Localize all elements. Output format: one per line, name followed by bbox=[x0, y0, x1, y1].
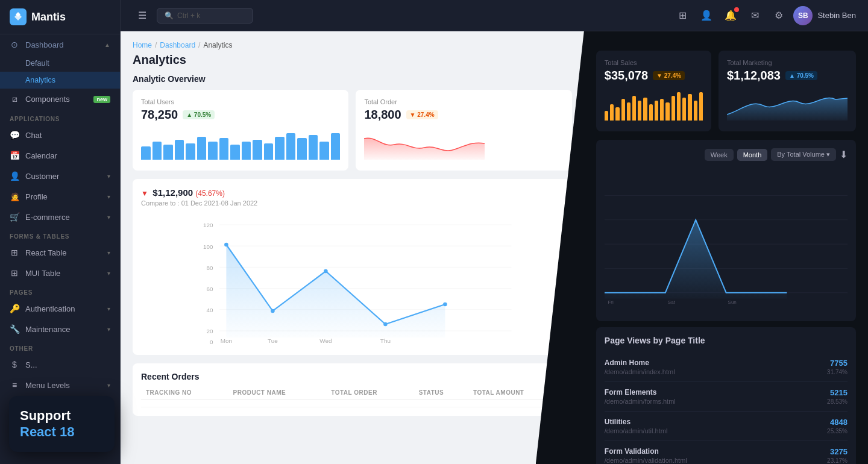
avatar: SB bbox=[793, 6, 813, 25]
global-search[interactable]: 🔍 Ctrl + k bbox=[157, 8, 253, 24]
dark-line-chart: Fri Sat Sun bbox=[605, 166, 848, 310]
dark-badge-marketing: ▲ 70.5% bbox=[785, 71, 817, 80]
orders-section: Recent Orders Tracking No Product Name T… bbox=[133, 363, 572, 416]
section-forms: Forms & Tables bbox=[0, 227, 120, 242]
svg-text:Fri: Fri bbox=[608, 299, 614, 305]
breadcrumb: Home / Dashboard / Analytics bbox=[133, 41, 572, 49]
page-title: Analytics bbox=[133, 53, 572, 67]
sidebar: Mantis ⊙ Dashboard ▲ Default Analytics ⧄… bbox=[0, 0, 121, 464]
bar bbox=[694, 101, 697, 121]
username: Stebin Ben bbox=[817, 11, 856, 20]
user-icon-button[interactable]: 👤 bbox=[697, 6, 716, 25]
svg-point-21 bbox=[383, 322, 388, 327]
sidebar-item-chat[interactable]: 💬 Chat bbox=[0, 125, 120, 145]
col-tracking: Tracking No bbox=[141, 386, 228, 400]
sidebar-item-authentication[interactable]: 🔑 Authentication ▾ bbox=[0, 298, 120, 319]
week-button[interactable]: Week bbox=[705, 149, 734, 161]
stat-badge-orders: ▼ 27.4% bbox=[406, 110, 438, 119]
search-placeholder: Ctrl + k bbox=[177, 11, 200, 20]
s-icon: $ bbox=[10, 360, 19, 369]
notification-icon-button[interactable]: 🔔 bbox=[721, 6, 740, 25]
bar bbox=[275, 137, 285, 160]
mail-icon-button[interactable]: ✉ bbox=[745, 6, 764, 25]
svg-text:40: 40 bbox=[206, 307, 213, 313]
mini-bars-users bbox=[141, 127, 340, 160]
bar bbox=[230, 145, 240, 160]
components-icon: ⧄ bbox=[10, 94, 19, 104]
header-right: ⊞ 👤 🔔 ✉ ⚙ SB Stebin Ben bbox=[673, 6, 856, 25]
sidebar-item-ecommerce[interactable]: 🛒 E-commerce ▾ bbox=[0, 207, 120, 227]
bar bbox=[660, 99, 664, 121]
dark-stat-card-sales: Total Sales $35,078 ▼ 27.4% bbox=[596, 51, 711, 131]
bar bbox=[671, 96, 675, 121]
light-panel: Home / Dashboard / Analytics Analytics A… bbox=[121, 31, 584, 464]
income-value: ▼ $1,12,900 (45.67%) bbox=[141, 187, 257, 198]
page-views-section: Page Views by Page Title Admin Home /dem… bbox=[596, 327, 856, 464]
bar bbox=[297, 138, 307, 160]
bar bbox=[319, 142, 329, 160]
bar bbox=[219, 138, 229, 160]
split-panels: Home / Dashboard / Analytics Analytics A… bbox=[121, 31, 868, 464]
month-button[interactable]: Month bbox=[737, 149, 768, 161]
bar bbox=[153, 142, 162, 160]
area-chart-orders bbox=[364, 127, 485, 160]
support-toast[interactable]: Support React 18 bbox=[9, 396, 115, 452]
profile-icon: 🙍 bbox=[10, 192, 19, 201]
settings-icon-button[interactable]: ⚙ bbox=[769, 6, 788, 25]
dark-stat-value-marketing: $1,12,083 ▲ 70.5% bbox=[727, 69, 848, 83]
bar bbox=[286, 133, 296, 160]
bar bbox=[309, 135, 318, 160]
breadcrumb-dashboard[interactable]: Dashboard bbox=[160, 41, 195, 49]
sidebar-item-dashboard[interactable]: ⊙ Dashboard ▲ bbox=[0, 34, 120, 55]
sidebar-item-s[interactable]: $ S... bbox=[0, 354, 120, 375]
bar bbox=[331, 133, 341, 160]
sidebar-item-calendar[interactable]: 📅 Calendar bbox=[0, 145, 120, 166]
components-badge: new bbox=[93, 96, 110, 103]
svg-point-18 bbox=[224, 243, 228, 247]
pv-row-form-elements: Form Elements /demo/admin/forms.html 521… bbox=[605, 382, 848, 412]
bar bbox=[208, 142, 218, 160]
sidebar-item-mui-table[interactable]: ⊞ MUI Table ▾ bbox=[0, 263, 120, 283]
bar bbox=[141, 146, 151, 160]
section-pages: Pages bbox=[0, 283, 120, 298]
sidebar-item-menu-levels[interactable]: ≡ Menu Levels ▾ bbox=[0, 375, 120, 395]
svg-text:60: 60 bbox=[206, 286, 213, 292]
sidebar-subitem-default[interactable]: Default bbox=[0, 55, 120, 72]
volume-button[interactable]: By Total Volume ▾ bbox=[771, 148, 836, 161]
dark-stat-value-sales: $35,078 ▼ 27.4% bbox=[605, 69, 703, 83]
apps-icon-button[interactable]: ⊞ bbox=[673, 6, 692, 25]
mui-table-icon: ⊞ bbox=[10, 268, 19, 278]
svg-point-20 bbox=[324, 269, 328, 274]
bar bbox=[175, 140, 184, 160]
col-total-order: Total Order bbox=[326, 386, 414, 400]
dark-stat-cards: Total Sales $35,078 ▼ 27.4% Total Market… bbox=[596, 51, 856, 131]
area-chart-marketing bbox=[727, 87, 848, 121]
dark-stat-label-marketing: Total Marketing bbox=[727, 59, 848, 66]
calendar-icon: 📅 bbox=[10, 151, 19, 160]
dark-stat-label-sales: Total Sales bbox=[605, 59, 703, 66]
svg-text:120: 120 bbox=[203, 222, 213, 228]
menu-toggle-button[interactable]: ☰ bbox=[133, 6, 152, 25]
svg-text:20: 20 bbox=[206, 328, 213, 334]
orders-table: Tracking No Product Name Total Order Sta… bbox=[141, 386, 564, 407]
main-content: ☰ 🔍 Ctrl + k ⊞ 👤 🔔 ✉ ⚙ SB Stebin Ben bbox=[121, 0, 868, 464]
header-left: ☰ 🔍 Ctrl + k bbox=[133, 6, 253, 25]
svg-text:Mon: Mon bbox=[221, 337, 232, 344]
sidebar-item-profile[interactable]: 🙍 Profile ▾ bbox=[0, 186, 120, 207]
sidebar-item-react-table[interactable]: ⊞ React Table ▾ bbox=[0, 242, 120, 263]
maintenance-icon: 🔧 bbox=[10, 324, 19, 334]
menu-levels-icon: ≡ bbox=[10, 380, 19, 390]
bar bbox=[197, 137, 207, 160]
bar bbox=[186, 143, 195, 160]
bar bbox=[677, 92, 681, 121]
sidebar-item-components[interactable]: ⧄ Components new bbox=[0, 89, 120, 110]
download-icon[interactable]: ⬇ bbox=[840, 149, 848, 160]
sidebar-subitem-analytics[interactable]: Analytics bbox=[0, 72, 120, 89]
svg-text:0: 0 bbox=[210, 339, 213, 344]
sidebar-item-maintenance[interactable]: 🔧 Maintenance ▾ bbox=[0, 319, 120, 339]
breadcrumb-home[interactable]: Home bbox=[133, 41, 152, 49]
page-views-title: Page Views by Page Title bbox=[605, 336, 848, 345]
income-header: ▼ $1,12,900 (45.67%) Compare to : 01 Dec… bbox=[141, 187, 564, 207]
sidebar-item-customer[interactable]: 👤 Customer ▾ bbox=[0, 166, 120, 186]
mini-bars-sales bbox=[605, 87, 703, 121]
